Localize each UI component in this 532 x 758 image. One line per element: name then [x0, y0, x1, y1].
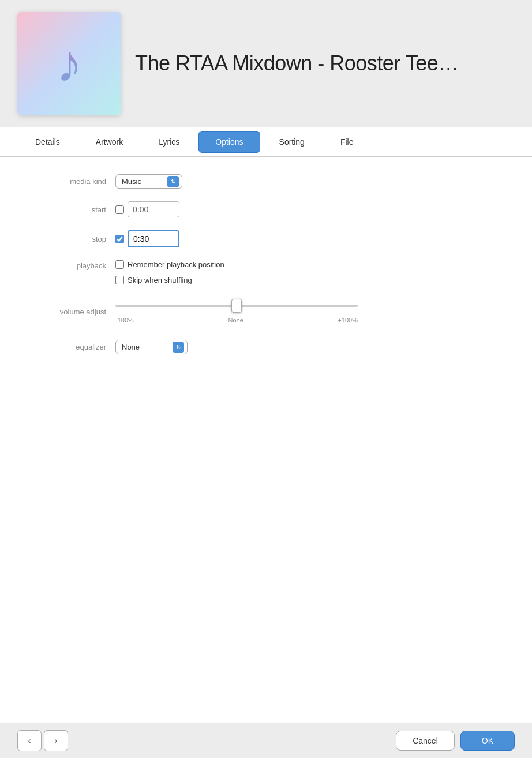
start-label: start	[23, 205, 115, 214]
volume-slider-labels: -100% None +100%	[115, 317, 358, 324]
forward-button[interactable]: ›	[44, 730, 68, 751]
playback-row: playback Remember playback position Skip…	[23, 260, 509, 284]
equalizer-row: equalizer None Acoustic Bass Booster Cla…	[23, 340, 509, 354]
bottom-bar: ‹ › Cancel OK	[0, 723, 532, 758]
volume-row: volume adjust -100% None +100%	[23, 297, 509, 324]
start-time-input[interactable]	[128, 201, 179, 217]
tab-details[interactable]: Details	[18, 131, 77, 153]
tab-sorting[interactable]: Sorting	[263, 131, 321, 153]
equalizer-label: equalizer	[23, 343, 115, 351]
skip-shuffling-text: Skip when shuffling	[128, 276, 192, 284]
equalizer-select-wrapper: None Acoustic Bass Booster Classical Dan…	[115, 340, 188, 354]
media-kind-select-wrapper: Music Podcast Audiobook Video Movie TV S…	[115, 174, 182, 189]
volume-slider[interactable]	[115, 305, 358, 307]
skip-shuffling-label[interactable]: Skip when shuffling	[115, 276, 224, 284]
remember-playback-text: Remember playback position	[128, 260, 224, 269]
equalizer-select[interactable]: None Acoustic Bass Booster Classical Dan…	[115, 340, 188, 354]
volume-slider-wrapper: -100% None +100%	[115, 297, 358, 324]
music-note-icon: ♪	[57, 37, 83, 89]
stop-checkbox[interactable]	[115, 235, 124, 243]
options-content: media kind Music Podcast Audiobook Video…	[0, 157, 532, 723]
equalizer-controls: None Acoustic Bass Booster Classical Dan…	[115, 340, 188, 354]
volume-slider-track	[115, 297, 358, 314]
start-checkbox[interactable]	[115, 205, 124, 214]
media-kind-label: media kind	[23, 177, 115, 186]
tab-lyrics[interactable]: Lyrics	[142, 131, 196, 153]
remember-playback-checkbox[interactable]	[115, 260, 124, 269]
skip-shuffling-checkbox[interactable]	[115, 276, 124, 284]
volume-none-label: None	[228, 317, 243, 324]
volume-min-label: -100%	[115, 317, 134, 324]
remember-playback-label[interactable]: Remember playback position	[115, 260, 224, 269]
media-kind-select[interactable]: Music Podcast Audiobook Video Movie TV S…	[115, 174, 182, 189]
tab-artwork[interactable]: Artwork	[79, 131, 140, 153]
volume-max-label: +100%	[338, 317, 358, 324]
media-kind-row: media kind Music Podcast Audiobook Video…	[23, 174, 509, 189]
stop-label: stop	[23, 235, 115, 243]
volume-label: volume adjust	[23, 297, 115, 316]
tab-bar: Details Artwork Lyrics Options Sorting F…	[0, 127, 532, 157]
cancel-button[interactable]: Cancel	[396, 731, 455, 751]
action-buttons: Cancel OK	[396, 731, 515, 751]
tab-options[interactable]: Options	[198, 131, 260, 153]
nav-buttons: ‹ ›	[17, 730, 68, 751]
tab-file[interactable]: File	[324, 131, 370, 153]
stop-controls	[115, 230, 179, 247]
playback-label: playback	[23, 260, 115, 270]
album-artwork: ♪	[17, 12, 121, 115]
media-kind-controls: Music Podcast Audiobook Video Movie TV S…	[115, 174, 182, 189]
start-row: start	[23, 201, 509, 217]
header: ♪ The RTAA Mixdown - Rooster Tee…	[0, 0, 532, 127]
stop-row: stop	[23, 230, 509, 247]
back-button[interactable]: ‹	[17, 730, 42, 751]
ok-button[interactable]: OK	[460, 731, 515, 751]
start-controls	[115, 201, 179, 217]
track-title: The RTAA Mixdown - Rooster Tee…	[135, 51, 459, 76]
stop-time-input[interactable]	[128, 230, 179, 247]
playback-controls: Remember playback position Skip when shu…	[115, 260, 224, 284]
